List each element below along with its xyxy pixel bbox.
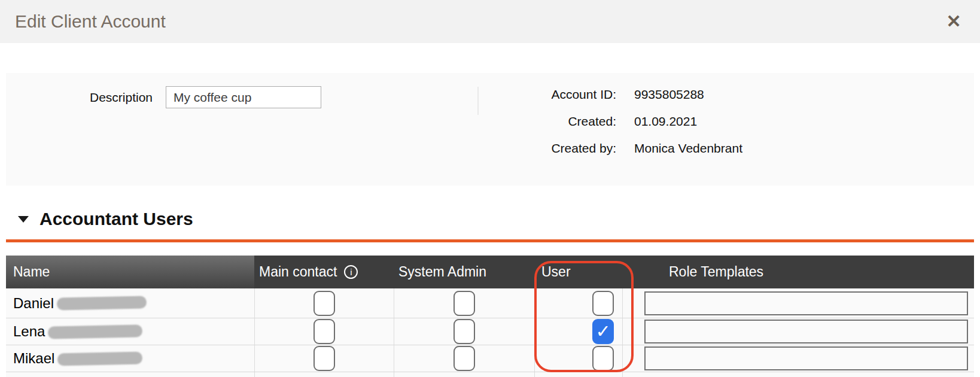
column-header-user: User [534, 256, 622, 288]
redacted-surname [48, 324, 142, 339]
main-contact-checkbox[interactable]: ✓ [314, 319, 335, 344]
created-by-value: Monica Vedenbrant [634, 141, 742, 156]
redacted-surname [57, 296, 147, 310]
main-contact-checkbox[interactable]: ✓ [314, 291, 335, 316]
description-label: Description [90, 90, 153, 105]
table-row: Mikael ✓ ✓ ✓ [6, 345, 974, 372]
redacted-surname [57, 351, 142, 366]
table-row: Lena ✓ ✓ ✓ [6, 318, 974, 345]
table-row: Daniel ✓ ✓ ✓ [6, 288, 974, 318]
column-header-name: Name [6, 256, 254, 288]
created-by-label: Created by: [526, 141, 616, 156]
account-info: Account ID: 9935805288 Created: 01.09.20… [526, 87, 742, 156]
user-name: Mikael [6, 345, 254, 372]
user-name: Daniel [6, 288, 254, 318]
account-id-label: Account ID: [526, 87, 616, 102]
accountant-users-section-header[interactable]: Accountant Users [18, 207, 974, 231]
user-checkbox[interactable]: ✓ [592, 346, 614, 371]
created-value: 01.09.2021 [634, 114, 742, 129]
system-admin-checkbox[interactable]: ✓ [454, 291, 475, 316]
accountant-users-table: Name Main contact i System Admin User Ro… [6, 256, 974, 377]
description-field-row: Description [6, 86, 321, 108]
main-contact-checkbox[interactable]: ✓ [314, 346, 335, 371]
info-icon[interactable]: i [344, 265, 358, 279]
page-title: Edit Client Account [15, 11, 166, 32]
system-admin-checkbox[interactable]: ✓ [454, 319, 475, 344]
column-header-role-templates: Role Templates [622, 256, 974, 288]
title-bar: Edit Client Account ✕ [0, 0, 980, 43]
user-name: Lena [6, 318, 254, 345]
column-header-system-admin: System Admin [394, 256, 534, 288]
close-icon[interactable]: ✕ [942, 10, 966, 34]
created-label: Created: [526, 114, 616, 129]
role-templates-input[interactable] [644, 291, 968, 315]
user-checkbox[interactable]: ✓ [592, 291, 614, 316]
system-admin-checkbox[interactable]: ✓ [454, 346, 475, 371]
column-header-main-contact: Main contact i [254, 256, 394, 288]
role-templates-input[interactable] [644, 320, 968, 343]
role-templates-input[interactable] [644, 346, 968, 370]
check-icon: ✓ [595, 323, 610, 340]
account-details-panel: Description Account ID: 9935805288 Creat… [6, 73, 974, 186]
user-checkbox[interactable]: ✓ [592, 319, 614, 344]
table-header-row: Name Main contact i System Admin User Ro… [6, 256, 974, 288]
panel-divider [477, 87, 479, 115]
account-id-value: 9935805288 [634, 87, 742, 102]
section-divider [6, 239, 974, 242]
section-title: Accountant Users [39, 209, 193, 229]
partial-next-row [6, 372, 974, 377]
description-input[interactable] [166, 86, 321, 108]
caret-down-icon [18, 216, 29, 223]
